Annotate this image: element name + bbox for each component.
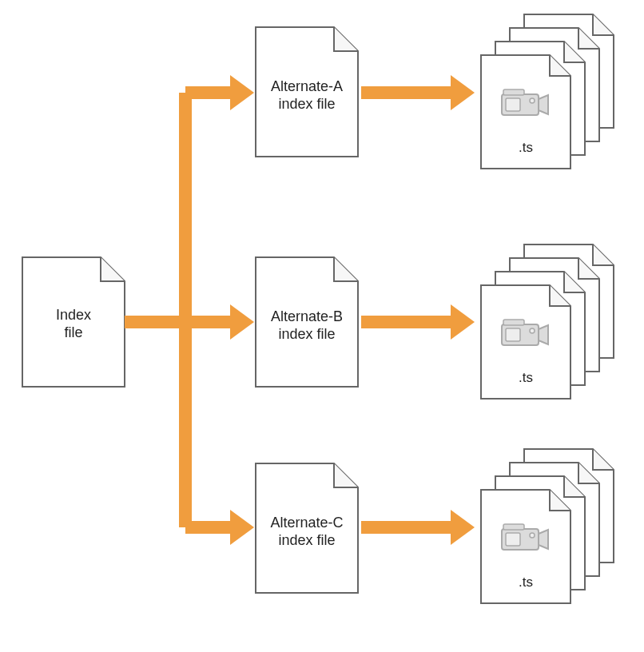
segments-a: .ts — [481, 14, 614, 169]
ts-ext-b: .ts — [519, 370, 533, 385]
branch-arrows — [125, 75, 254, 545]
segments-b: .ts — [481, 245, 614, 399]
root-label-line1: Index — [56, 307, 91, 323]
root-index-file: Index file — [22, 257, 125, 387]
segments-c: .ts — [481, 449, 614, 603]
ts-ext-c: .ts — [519, 574, 533, 590]
alternate-b-file: Alternate-B index file — [256, 257, 358, 387]
alternate-a-file: Alternate-A index file — [256, 27, 358, 157]
alternate-c-file: Alternate-C index file — [256, 463, 358, 593]
alt-c-label-line2: index file — [278, 532, 335, 548]
root-label-line2: file — [64, 324, 82, 340]
alt-a-label-line2: index file — [278, 96, 335, 112]
alt-a-label-line1: Alternate-A — [271, 78, 343, 94]
alt-b-label-line1: Alternate-B — [271, 308, 343, 324]
segment-arrows — [361, 75, 475, 545]
diagram-canvas: Index file Alternate-A index file Alt — [0, 0, 644, 652]
alt-b-label-line2: index file — [278, 326, 335, 342]
ts-ext-a: .ts — [519, 140, 533, 155]
alt-c-label-line1: Alternate-C — [270, 515, 343, 531]
